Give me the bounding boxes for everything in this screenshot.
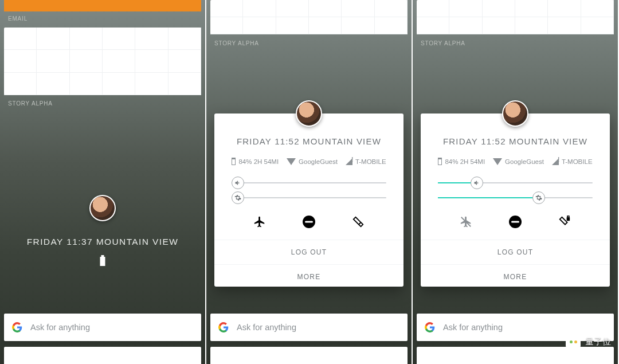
dnd-icon — [303, 216, 315, 228]
status-row: 84% 2H 54MI GoogleGuest T-MOBILE — [421, 158, 610, 165]
watermark-text: 量子位 — [585, 336, 611, 347]
dnd-icon — [509, 216, 522, 228]
cell-text: T-MOBILE — [562, 158, 593, 165]
gear-icon — [535, 194, 542, 201]
volume-slider[interactable] — [232, 175, 386, 190]
cell-signal-icon — [552, 158, 559, 165]
email-card[interactable] — [4, 0, 201, 11]
story-label: STORY ALPHA — [214, 40, 259, 46]
airplane-icon — [253, 216, 266, 228]
google-logo-icon — [12, 322, 22, 332]
more-button[interactable]: MORE — [421, 264, 610, 289]
gear-icon — [234, 194, 241, 201]
avatar[interactable] — [502, 100, 528, 127]
wifi-icon — [287, 158, 296, 165]
dateline: FRIDAY 11:52 MOUNTAIN VIEW — [421, 136, 610, 146]
calendar-grid[interactable] — [417, 0, 614, 34]
cell-status[interactable]: T-MOBILE — [346, 158, 386, 165]
search-bar[interactable]: Ask for anything — [210, 314, 408, 341]
email-label: EMAIL — [8, 15, 28, 22]
google-logo-icon — [218, 322, 229, 332]
battery-status[interactable]: 84% 2H 54MI — [438, 158, 485, 165]
volume-icon — [473, 179, 480, 186]
rotate-icon — [352, 216, 365, 228]
card-stub[interactable] — [210, 347, 408, 364]
battery-icon — [100, 257, 105, 266]
volume-icon — [234, 179, 241, 186]
volume-thumb[interactable] — [232, 177, 244, 189]
story-label: STORY ALPHA — [8, 100, 53, 107]
airplane-toggle[interactable] — [459, 214, 473, 229]
logout-button[interactable]: LOG OUT — [421, 240, 610, 264]
cell-status[interactable]: T-MOBILE — [552, 158, 593, 165]
card-stub[interactable] — [417, 347, 614, 364]
wifi-text: GoogleGuest — [505, 158, 544, 165]
rotate-toggle[interactable] — [351, 214, 366, 229]
brightness-slider[interactable] — [232, 190, 386, 205]
search-placeholder: Ask for anything — [443, 323, 503, 332]
search-placeholder: Ask for anything — [237, 323, 296, 332]
dnd-toggle[interactable] — [301, 214, 316, 229]
brightness-thumb[interactable] — [532, 191, 545, 204]
screen-3: STORY ALPHA FRIDAY 11:52 MOUNTAIN VIEW 8… — [413, 0, 619, 364]
battery-icon — [438, 158, 442, 165]
search-bar[interactable]: Ask for anything — [4, 314, 201, 341]
card-stub[interactable] — [4, 347, 201, 364]
cell-text: T-MOBILE — [355, 158, 386, 165]
rotate-lock-toggle[interactable] — [557, 214, 572, 229]
battery-status[interactable]: 84% 2H 54MI — [232, 158, 279, 165]
airplane-toggle[interactable] — [252, 214, 267, 229]
rotate-lock-icon — [558, 216, 571, 228]
logout-button[interactable]: LOG OUT — [214, 240, 403, 264]
cell-signal-icon — [346, 158, 352, 165]
calendar-grid[interactable] — [4, 28, 201, 95]
google-logo-icon — [425, 322, 435, 332]
screen-2: STORY ALPHA FRIDAY 11:52 MOUNTAIN VIEW 8… — [206, 0, 413, 364]
battery-icon — [232, 158, 236, 165]
avatar[interactable] — [89, 195, 116, 221]
dateline: FRIDAY 11:52 MOUNTAIN VIEW — [214, 136, 403, 146]
dateline: FRIDAY 11:37 MOUNTAIN VIEW — [0, 237, 205, 247]
wifi-status[interactable]: GoogleGuest — [493, 158, 544, 165]
volume-thumb[interactable] — [471, 177, 483, 189]
svg-rect-0 — [567, 217, 570, 221]
brightness-thumb[interactable] — [232, 191, 244, 204]
volume-slider[interactable] — [438, 175, 593, 190]
wifi-icon — [493, 158, 502, 165]
wifi-text: GoogleGuest — [299, 158, 338, 165]
quick-settings-panel: FRIDAY 11:52 MOUNTAIN VIEW 84% 2H 54MI G… — [214, 113, 403, 287]
avatar[interactable] — [296, 100, 322, 127]
wechat-icon — [566, 335, 581, 348]
search-placeholder: Ask for anything — [30, 323, 90, 332]
wifi-status[interactable]: GoogleGuest — [287, 158, 338, 165]
screen-1: EMAIL STORY ALPHA FRIDAY 11:37 MOUNTAIN … — [0, 0, 206, 364]
dnd-toggle[interactable] — [508, 214, 523, 229]
quick-settings-panel: FRIDAY 11:52 MOUNTAIN VIEW 84% 2H 54MI G… — [421, 113, 610, 287]
battery-text: 84% 2H 54MI — [445, 158, 485, 165]
more-button[interactable]: MORE — [214, 264, 403, 289]
airplane-off-icon — [460, 216, 472, 228]
calendar-grid[interactable] — [210, 0, 408, 34]
battery-text: 84% 2H 54MI — [238, 158, 279, 165]
status-row: 84% 2H 54MI GoogleGuest T-MOBILE — [214, 158, 403, 165]
brightness-slider[interactable] — [438, 190, 593, 205]
story-label: STORY ALPHA — [421, 40, 465, 46]
watermark: 量子位 — [566, 335, 611, 348]
